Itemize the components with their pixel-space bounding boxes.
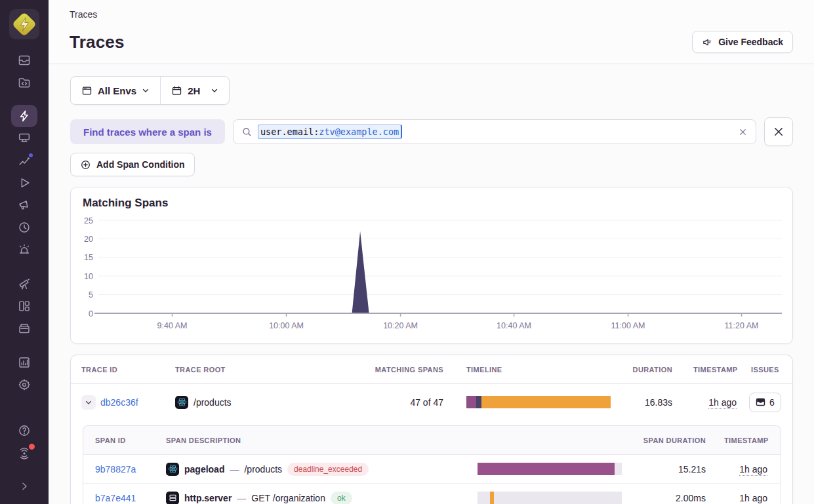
search-token[interactable]: user.email:ztv@example.com: [258, 125, 402, 139]
spans-subtable: SPAN ID SPAN DESCRIPTION SPAN DURATION T…: [83, 425, 781, 504]
span-op: pageload: [184, 464, 224, 475]
trace-timeline-bar: [466, 396, 611, 408]
sidebar-item-issues[interactable]: [11, 49, 37, 71]
span-timestamp: 1h ago: [739, 464, 767, 476]
sidebar-item-discover[interactable]: [11, 273, 37, 295]
span-id-link[interactable]: 9b78827a: [95, 464, 136, 475]
sidebar-item-history[interactable]: [11, 216, 37, 239]
span-op: http.server: [184, 493, 232, 503]
sidebar-item-settings[interactable]: [11, 374, 37, 396]
insights-notification-dot: [28, 152, 34, 159]
close-icon: [773, 126, 784, 138]
collapse-trace-icon[interactable]: [81, 395, 96, 410]
filter-bar: All Envs 2H: [70, 76, 230, 105]
svg-text:20: 20: [84, 235, 93, 244]
span-timeline-bar: [478, 492, 622, 504]
sidebar-item-help[interactable]: [11, 419, 37, 442]
svg-text:9:40 AM: 9:40 AM: [157, 321, 188, 330]
traces-table: TRACE ID TRACE ROOT MATCHING SPANS TIMEL…: [70, 355, 793, 504]
trace-duration: 16.83s: [618, 397, 683, 408]
svg-text:11:20 AM: 11:20 AM: [725, 321, 759, 330]
sidebar-collapse-button[interactable]: [11, 475, 37, 497]
traces-table-header: TRACE ID TRACE ROOT MATCHING SPANS TIMEL…: [71, 355, 792, 384]
issues-count: 6: [769, 397, 775, 408]
spans-table-header: SPAN ID SPAN DESCRIPTION SPAN DURATION T…: [83, 426, 781, 455]
trace-issues-button[interactable]: 6: [749, 393, 781, 412]
column-header-issues: ISSUES: [746, 366, 792, 374]
span-timestamp: 1h ago: [739, 493, 767, 504]
sidebar-item-insights[interactable]: [11, 149, 37, 172]
span-duration: 2.00ms: [623, 493, 714, 503]
time-range-filter[interactable]: 2H: [161, 77, 229, 104]
column-header-span-description: SPAN DESCRIPTION: [166, 436, 466, 444]
search-icon: [241, 126, 253, 138]
time-range-label: 2H: [188, 85, 200, 96]
sidebar-item-alerts[interactable]: [11, 239, 37, 261]
whats-new-notification-dot: [28, 442, 36, 451]
span-status-badge: ok: [331, 492, 352, 504]
matching-spans-chart: 05101520259:40 AM10:00 AM10:20 AM10:40 A…: [81, 212, 782, 337]
span-id-link[interactable]: b7a7e441: [95, 493, 136, 503]
svg-text:10:40 AM: 10:40 AM: [497, 321, 531, 330]
sidebar-item-feedback[interactable]: [11, 194, 37, 216]
span-status-badge: deadline_exceeded: [287, 463, 369, 476]
sidebar-item-traces[interactable]: [11, 105, 37, 127]
environment-filter-label: All Envs: [98, 85, 136, 96]
column-header-span-timestamp: TIMESTAMP: [714, 436, 781, 444]
main-area: Traces Traces Give Feedback All Envs: [49, 0, 814, 504]
issues-icon: [756, 397, 765, 407]
span-row: b7a7e441 http.server — GET /organization…: [83, 484, 781, 504]
svg-text:11:00 AM: 11:00 AM: [611, 321, 645, 330]
sidebar-item-profiling[interactable]: [11, 127, 37, 149]
svg-text:10:20 AM: 10:20 AM: [383, 321, 418, 330]
span-timeline-bar: [478, 463, 622, 475]
clear-search-icon[interactable]: [738, 127, 748, 137]
sidebar-item-replays[interactable]: [11, 172, 37, 194]
column-header-matching-spans: MATCHING SPANS: [356, 366, 454, 374]
sidebar-item-dashboards[interactable]: [11, 295, 37, 317]
breadcrumb[interactable]: Traces: [70, 9, 793, 20]
trace-row: db26c36f /products 47 of 47 16.83s 1h ag…: [71, 384, 792, 420]
react-platform-icon: [166, 463, 179, 476]
chart-title: Matching Spans: [83, 197, 782, 210]
span-description: /products: [244, 464, 282, 475]
environment-icon: [81, 85, 92, 96]
sidebar-item-stats[interactable]: [11, 351, 37, 374]
trace-id-link[interactable]: db26c36f: [100, 397, 138, 408]
sidebar-item-whats-new[interactable]: [11, 442, 37, 464]
sidebar: [0, 0, 49, 504]
react-platform-icon: [175, 396, 188, 409]
matching-spans-count: 47 of 47: [356, 397, 454, 408]
span-search-input[interactable]: user.email:ztv@example.com: [233, 119, 756, 144]
where-label: Find traces where a span is: [70, 119, 225, 144]
environment-filter[interactable]: All Envs: [71, 77, 160, 104]
remove-condition-button[interactable]: [764, 117, 793, 146]
column-header-span-id: SPAN ID: [83, 436, 166, 444]
span-condition-row: Find traces where a span is user.email:z…: [70, 117, 793, 146]
svg-text:5: 5: [89, 290, 93, 300]
column-header-timeline: TIMELINE: [454, 366, 618, 374]
column-header-duration: DURATION: [618, 366, 683, 374]
page-header: Traces Traces Give Feedback: [49, 0, 814, 64]
matching-spans-panel: Matching Spans 05101520259:40 AM10:00 AM…: [70, 187, 793, 344]
sentry-logo[interactable]: [9, 9, 39, 39]
server-platform-icon: [166, 492, 179, 504]
sidebar-item-releases[interactable]: [11, 317, 37, 339]
content: All Envs 2H Find traces where a span is …: [49, 64, 814, 504]
column-header-timestamp: TIMESTAMP: [683, 366, 746, 374]
sidebar-nav: [11, 49, 37, 497]
svg-text:0: 0: [89, 309, 93, 319]
trace-root-label: /products: [193, 397, 232, 408]
svg-text:15: 15: [84, 253, 93, 262]
column-header-trace-id: TRACE ID: [71, 366, 165, 374]
give-feedback-button[interactable]: Give Feedback: [692, 31, 793, 53]
span-description: GET /organization: [251, 493, 325, 503]
page-title: Traces: [70, 32, 125, 52]
svg-text:10:00 AM: 10:00 AM: [269, 321, 304, 330]
column-header-span-duration: SPAN DURATION: [623, 436, 714, 444]
add-span-condition-button[interactable]: Add Span Condition: [70, 153, 195, 176]
megaphone-icon: [702, 37, 713, 48]
sidebar-item-explore[interactable]: [11, 71, 37, 94]
span-duration: 15.21s: [623, 464, 714, 475]
plus-circle-icon: [80, 159, 91, 170]
